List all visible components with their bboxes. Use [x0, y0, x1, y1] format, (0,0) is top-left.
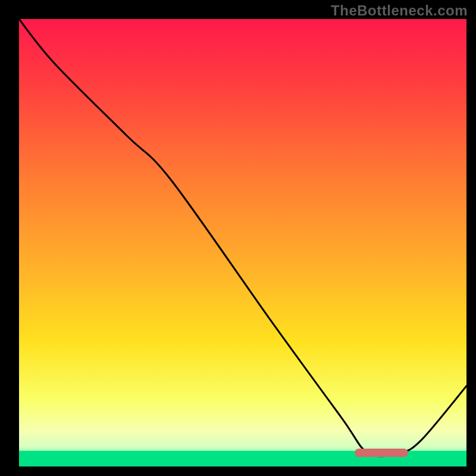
bottleneck-curve	[19, 19, 466, 466]
plot-area	[19, 19, 466, 466]
optimal-range-marker	[355, 449, 408, 457]
watermark-text: TheBottleneck.com	[331, 2, 468, 19]
chart-frame: TheBottleneck.com	[0, 0, 476, 476]
